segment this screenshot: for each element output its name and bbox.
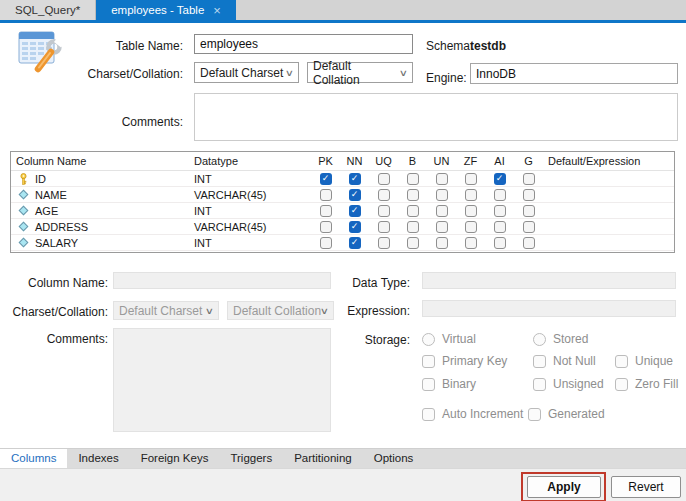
- table-comments-textarea[interactable]: [194, 93, 678, 141]
- not-null-label: Not Null: [553, 354, 596, 368]
- tab-foreign-keys[interactable]: Foreign Keys: [130, 449, 220, 468]
- table-row[interactable]: SALARYINT✓: [11, 235, 674, 251]
- nn-checkbox[interactable]: ✓: [349, 237, 361, 249]
- storage-stored-label: Stored: [553, 332, 588, 346]
- zf-checkbox[interactable]: [465, 173, 477, 185]
- tab-partitioning[interactable]: Partitioning: [283, 449, 363, 468]
- grid-header-g: G: [514, 155, 543, 167]
- diamond-shape: [18, 238, 28, 248]
- engine-label: Engine:: [426, 71, 467, 85]
- tab-triggers[interactable]: Triggers: [219, 449, 283, 468]
- uq-checkbox[interactable]: [378, 237, 390, 249]
- tab-columns[interactable]: Columns: [0, 449, 67, 468]
- nn-checkbox[interactable]: ✓: [349, 221, 361, 233]
- g-checkbox[interactable]: [523, 189, 535, 201]
- nn-checkbox[interactable]: ✓: [349, 173, 361, 185]
- charset-dropdown[interactable]: Default Charset ∨: [194, 62, 299, 83]
- revert-button[interactable]: Revert: [611, 476, 681, 498]
- b-checkbox[interactable]: [407, 173, 419, 185]
- un-checkbox[interactable]: [436, 189, 448, 201]
- pk-checkbox[interactable]: ✓: [320, 173, 332, 185]
- flag-cell-g: [514, 173, 543, 185]
- tab-indexes[interactable]: Indexes: [67, 449, 129, 468]
- grid-header: Column NameDatatypePKNNUQBUNZFAIGDefault…: [11, 152, 674, 171]
- flag-cell-un: [427, 237, 456, 249]
- flag-cell-uq: [369, 237, 398, 249]
- flag-cell-zf: [456, 173, 485, 185]
- flag-cell-zf: [456, 221, 485, 233]
- zf-checkbox[interactable]: [465, 205, 477, 217]
- grid-header-ai: AI: [485, 155, 514, 167]
- zf-checkbox[interactable]: [465, 237, 477, 249]
- column-name-label: Column Name:: [0, 276, 108, 290]
- tab-label: employees - Table: [111, 0, 204, 20]
- ai-checkbox[interactable]: ✓: [494, 173, 506, 185]
- pk-checkbox[interactable]: [320, 205, 332, 217]
- ai-checkbox[interactable]: [494, 221, 506, 233]
- table-row[interactable]: ADDRESSVARCHAR(45)✓: [11, 219, 674, 235]
- radio-icon: [533, 333, 546, 346]
- grid-header-un: UN: [427, 155, 456, 167]
- uq-checkbox[interactable]: [378, 205, 390, 217]
- zero-fill-label: Zero Fill: [635, 377, 678, 391]
- pk-checkbox[interactable]: [320, 221, 332, 233]
- not-null-checkbox: Not Null: [533, 354, 596, 368]
- table-row[interactable]: AGEINT✓: [11, 203, 674, 219]
- unique-label: Unique: [635, 354, 673, 368]
- uq-checkbox[interactable]: [378, 173, 390, 185]
- uq-checkbox[interactable]: [378, 189, 390, 201]
- flag-cell-nn: ✓: [340, 221, 369, 233]
- b-checkbox[interactable]: [407, 205, 419, 217]
- grid-header-nn: NN: [340, 155, 369, 167]
- tab-options[interactable]: Options: [363, 449, 425, 468]
- pk-checkbox[interactable]: [320, 189, 332, 201]
- uq-checkbox[interactable]: [378, 221, 390, 233]
- pk-checkbox[interactable]: [320, 237, 332, 249]
- un-checkbox[interactable]: [436, 205, 448, 217]
- close-icon[interactable]: ×: [213, 4, 221, 17]
- un-checkbox[interactable]: [436, 173, 448, 185]
- g-checkbox[interactable]: [523, 221, 535, 233]
- column-name-cell: AGE: [11, 205, 189, 217]
- g-checkbox[interactable]: [523, 205, 535, 217]
- flag-cell-un: [427, 189, 456, 201]
- apply-button[interactable]: Apply: [527, 476, 601, 498]
- grid-header-pk: PK: [311, 155, 340, 167]
- engine-input[interactable]: [470, 63, 678, 84]
- ai-checkbox[interactable]: [494, 237, 506, 249]
- diamond-shape: [18, 206, 28, 216]
- un-checkbox[interactable]: [436, 237, 448, 249]
- collation-dropdown[interactable]: Default Collation ∨: [307, 62, 413, 83]
- charset-collation-label: Charset/Collation:: [0, 67, 183, 81]
- table-row[interactable]: NAMEVARCHAR(45)✓: [11, 187, 674, 203]
- diamond-icon: [17, 237, 29, 249]
- tab-sql-query[interactable]: SQL_Query*: [0, 0, 96, 20]
- zf-checkbox[interactable]: [465, 189, 477, 201]
- column-name-cell: NAME: [11, 189, 189, 201]
- b-checkbox[interactable]: [407, 189, 419, 201]
- ai-checkbox[interactable]: [494, 205, 506, 217]
- b-checkbox[interactable]: [407, 237, 419, 249]
- ai-checkbox[interactable]: [494, 189, 506, 201]
- tab-employees-table[interactable]: employees - Table×: [96, 0, 236, 20]
- nn-checkbox[interactable]: ✓: [349, 189, 361, 201]
- flag-cell-zf: [456, 237, 485, 249]
- table-editor-window: SQL_Query*employees - Table× Table Name:…: [0, 0, 686, 501]
- primary-key-label: Primary Key: [442, 354, 507, 368]
- g-checkbox[interactable]: [523, 173, 535, 185]
- column-name: ADDRESS: [35, 221, 88, 233]
- checkbox-icon: [422, 408, 435, 421]
- grid-header-default-expression: Default/Expression: [543, 155, 674, 167]
- b-checkbox[interactable]: [407, 221, 419, 233]
- nn-checkbox[interactable]: ✓: [349, 205, 361, 217]
- un-checkbox[interactable]: [436, 221, 448, 233]
- flag-cell-g: [514, 237, 543, 249]
- data-type-label: Data Type:: [295, 276, 410, 290]
- table-name-input[interactable]: [194, 34, 413, 54]
- table-row[interactable]: IDINT✓✓✓: [11, 171, 674, 187]
- storage-virtual-label: Virtual: [442, 332, 476, 346]
- zf-checkbox[interactable]: [465, 221, 477, 233]
- datatype-cell: INT: [189, 173, 311, 185]
- g-checkbox[interactable]: [523, 237, 535, 249]
- flag-cell-pk: [311, 189, 340, 201]
